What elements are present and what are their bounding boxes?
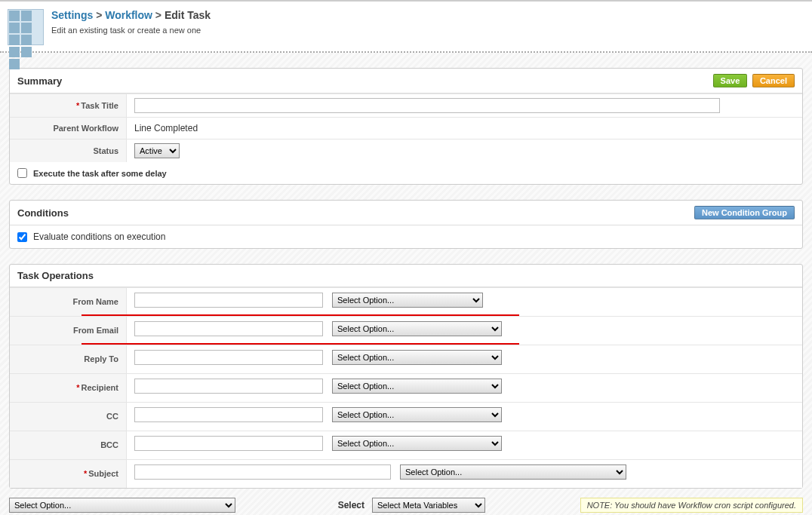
new-condition-group-button[interactable]: New Condition Group	[694, 206, 795, 219]
from-name-input[interactable]	[134, 293, 323, 308]
reply-to-select[interactable]: Select Option...	[332, 350, 502, 365]
delay-checkbox[interactable]	[17, 168, 27, 178]
cc-label: CC	[106, 412, 118, 421]
parent-workflow-value: Line Completed	[134, 123, 198, 133]
evaluate-label: Evaluate conditions on execution	[33, 231, 165, 242]
from-email-label: From Email	[73, 326, 118, 335]
highlight-underline	[82, 314, 519, 316]
evaluate-checkbox[interactable]	[17, 232, 27, 242]
bcc-label: BCC	[100, 440, 118, 449]
summary-panel: Summary Save Cancel *Task Title Parent W…	[9, 68, 803, 185]
parent-workflow-label: Parent Workflow	[53, 124, 118, 133]
from-email-select[interactable]: Select Option...	[332, 321, 502, 336]
task-title-input[interactable]	[134, 98, 720, 113]
recipient-input[interactable]	[134, 379, 323, 394]
conditions-panel: Conditions New Condition Group Evaluate …	[9, 200, 803, 249]
select-label: Select	[338, 500, 364, 510]
status-select[interactable]: Active	[134, 143, 180, 158]
task-operations-panel: Task Operations From Name Select Option.…	[9, 264, 803, 489]
conditions-title: Conditions	[17, 207, 69, 219]
page-subtitle: Edit an existing task or create a new on…	[51, 26, 211, 35]
cancel-button[interactable]: Cancel	[752, 74, 795, 87]
breadcrumb-current: Edit Task	[165, 9, 211, 21]
from-name-select[interactable]: Select Option...	[332, 293, 483, 308]
save-button[interactable]: Save	[713, 74, 748, 87]
bottom-toolbar: Select Option... Select Select Meta Vari…	[9, 493, 803, 515]
breadcrumb-workflow[interactable]: Workflow	[105, 9, 152, 21]
bcc-select[interactable]: Select Option...	[332, 436, 502, 451]
recipient-label: Recipient	[81, 383, 118, 392]
meta-variables-select[interactable]: Select Meta Variables	[372, 498, 485, 513]
subject-select[interactable]: Select Option...	[400, 464, 626, 480]
summary-title: Summary	[17, 75, 62, 87]
task-operations-title: Task Operations	[17, 270, 94, 281]
bottom-left-select[interactable]: Select Option...	[9, 498, 235, 513]
workflow-icon	[8, 9, 44, 45]
subject-label: Subject	[88, 469, 118, 478]
highlight-underline	[82, 343, 519, 345]
delay-label: Execute the task after some delay	[33, 169, 167, 178]
subject-input[interactable]	[134, 464, 391, 480]
from-email-input[interactable]	[134, 321, 323, 336]
recipient-select[interactable]: Select Option...	[332, 379, 502, 394]
task-title-label: Task Title	[81, 101, 118, 110]
cc-input[interactable]	[134, 407, 323, 422]
cc-select[interactable]: Select Option...	[332, 407, 502, 422]
reply-to-input[interactable]	[134, 350, 323, 365]
cron-note: NOTE: You should have Workflow cron scri…	[580, 498, 803, 513]
status-label: Status	[93, 146, 118, 155]
from-name-label: From Name	[72, 297, 118, 306]
bcc-input[interactable]	[134, 436, 323, 451]
page-header: Settings > Workflow > Edit Task Edit an …	[0, 2, 812, 53]
breadcrumb-settings[interactable]: Settings	[51, 9, 93, 21]
reply-to-label: Reply To	[84, 354, 118, 363]
breadcrumb: Settings > Workflow > Edit Task	[51, 9, 211, 21]
